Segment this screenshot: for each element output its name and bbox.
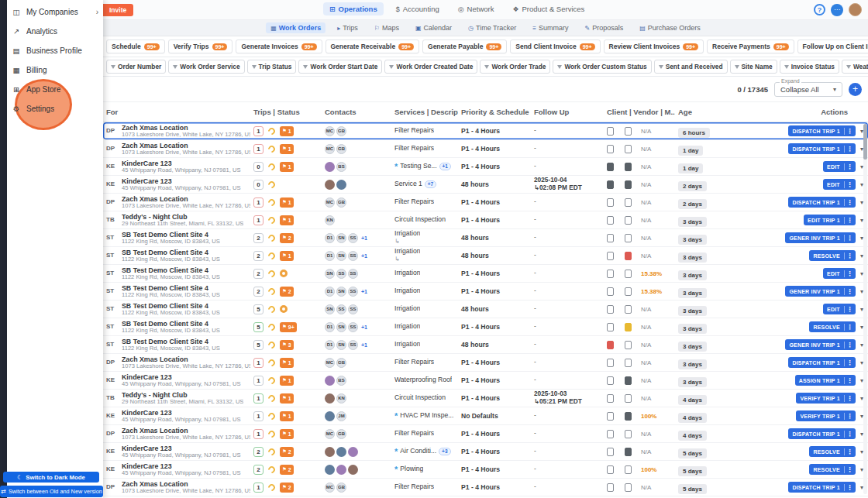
more-options-icon[interactable]: ⋮ [845,199,856,206]
table-row[interactable]: STSB Test Demo Client Site 41122 King Rd… [103,283,868,301]
vertical-scrollbar[interactable] [863,124,867,494]
table-row[interactable]: TBTeddy's - Night Club29 Northeast 11th … [103,211,868,229]
contact-avatar[interactable]: GB [336,429,346,439]
table-row[interactable]: KEKinderCare 12345 Whippany Road, Whippa… [103,372,868,390]
document-icon[interactable] [607,412,614,421]
pipeline-step-review-client-invoices[interactable]: Review Client Invoices99+ [604,39,704,53]
document-icon[interactable] [607,430,614,438]
document-icon[interactable] [625,394,632,403]
more-options-icon[interactable]: ⋮ [845,288,856,295]
action-button[interactable]: GENER INV TRIP 1⋮ [785,286,856,297]
contact-avatar[interactable] [325,376,335,386]
trip-count-chip[interactable]: 1 [253,197,264,208]
more-options-icon[interactable]: ⋮ [845,359,856,366]
more-options-icon[interactable]: ⋮ [845,484,856,491]
contact-avatar[interactable]: SN [336,322,346,332]
contact-avatar[interactable]: MC [325,144,335,154]
sidebar-item-billing[interactable]: ▦Billing [7,60,103,80]
column-header-age[interactable]: Age [675,108,723,116]
trip-count-chip[interactable]: 2 [253,233,264,243]
tab-accounting[interactable]: $Accounting [390,2,446,15]
action-button[interactable]: DISPATCH TRIP 1⋮ [788,197,856,208]
action-button[interactable]: RESOLVE⋮ [809,321,856,332]
contact-avatar[interactable]: D1 [325,233,335,243]
document-icon[interactable] [607,394,614,403]
filter-chip-weather-event-ww[interactable]: Weather Event WW [842,60,868,74]
contact-avatar[interactable]: SN [325,304,335,314]
trip-count-chip[interactable]: 2 [253,465,264,475]
more-options-icon[interactable]: ⋮ [845,413,856,420]
tab-operations[interactable]: ⊞Operations [323,2,384,15]
document-icon[interactable] [607,145,614,153]
subtab-time-tracker[interactable]: ◷Time Tracker [463,22,521,33]
contact-avatar[interactable]: D1 [325,287,335,297]
trip-count-chip[interactable]: 1 [253,376,264,386]
trip-count-chip[interactable]: 1 [253,358,264,368]
pipeline-step-verify-trips[interactable]: Verify Trips99+ [168,39,233,53]
action-button[interactable]: VERIFY TRIP 1⋮ [796,393,856,404]
contact-avatar[interactable]: SS [336,304,346,314]
contact-avatar[interactable]: GB [336,144,346,154]
document-icon[interactable] [607,341,614,349]
pipeline-step-generate-payable[interactable]: Generate Payable99+ [422,39,507,53]
contact-avatar[interactable]: KN [325,215,335,225]
collapse-all-dropdown[interactable]: Expand Collapse All ▾ [774,82,842,97]
contact-avatar[interactable]: SN [336,233,346,243]
column-header-contacts[interactable]: Contacts [322,108,391,116]
document-icon[interactable] [625,465,632,474]
trip-count-chip[interactable]: 1 [253,429,264,439]
action-button[interactable]: DISPATCH TRIP 1⋮ [788,125,856,136]
filter-chip-work-order-custom-status[interactable]: Work Order Custom Status [553,60,651,74]
sidebar-item-my-companies[interactable]: ◫My Companies› [7,2,103,22]
pipeline-step-schedule[interactable]: Schedule99+ [106,39,165,53]
document-icon[interactable] [625,180,632,189]
document-icon[interactable] [625,305,632,314]
flag-badge[interactable]: ⚑3 [280,340,294,350]
filter-chip-work-order-trade[interactable]: Work Order Trade [480,60,550,74]
pipeline-step-follow-up-on-client-invoices[interactable]: Follow Up on Client Invoices99+ [797,39,868,53]
column-header-services-descript[interactable]: Services | Descript... [391,108,458,116]
document-icon[interactable] [607,376,614,385]
action-button[interactable]: GENER INV TRIP 1⋮ [785,232,856,243]
document-icon[interactable] [607,252,614,260]
contact-avatar[interactable]: D1 [325,340,335,350]
dark-mode-toggle-button[interactable]: ☾ Switch to Dark Mode [3,472,99,483]
filter-chip-work-order-start-date[interactable]: Work Order Start Date [298,60,382,74]
contact-overflow-count[interactable]: +1 [361,253,367,259]
contact-avatar[interactable]: D1 [325,322,335,332]
more-options-icon[interactable]: ⋮ [845,146,856,153]
trip-count-chip[interactable]: 5 [253,322,264,332]
action-button[interactable]: RESOLVE⋮ [809,464,856,475]
contact-avatar[interactable] [336,465,346,475]
more-options-icon[interactable]: ⋮ [845,163,856,170]
subtab-maps[interactable]: ⚐Maps [370,22,404,33]
filter-chip-work-order-service[interactable]: Work Order Service [168,60,244,74]
tab-network[interactable]: ◎Network [452,2,501,15]
document-icon[interactable] [625,234,632,242]
document-icon[interactable] [607,305,614,314]
table-row[interactable]: DPZach Xmas Location1073 Lakeshore Drive… [103,354,868,372]
action-button[interactable]: EDIT⋮ [823,304,856,314]
contact-overflow-count[interactable]: +1 [361,289,367,294]
table-row[interactable]: DPZach Xmas Location1073 Lakeshore Drive… [103,194,868,211]
more-options-icon[interactable]: ⋮ [845,128,856,135]
document-icon[interactable] [607,180,614,189]
more-options-icon[interactable]: ⋮ [845,431,856,438]
more-options-icon[interactable]: ⋮ [845,181,856,188]
column-header-actions[interactable]: Actions [723,108,868,116]
subtab-work-orders[interactable]: ▦Work Orders [266,22,326,33]
service-overflow-count[interactable]: +7 [425,180,436,187]
contact-avatar[interactable]: BS [336,162,346,172]
more-options-icon[interactable]: ⋮ [845,306,856,313]
table-row[interactable]: KEKinderCare 12345 Whippany Road, Whippa… [103,158,868,176]
filter-chip-sent-and-received[interactable]: Sent and Received [654,60,728,74]
flag-badge[interactable]: ⚑2 [280,287,294,297]
filter-chip-invoice-status[interactable]: Invoice Status [780,60,839,74]
document-icon[interactable] [607,198,614,207]
contact-overflow-count[interactable]: +1 [361,325,367,330]
flag-badge[interactable]: ⚑1 [280,411,294,421]
filter-chip-work-order-created-date[interactable]: Work Order Created Date [384,60,477,74]
document-icon[interactable] [607,287,614,296]
table-row[interactable]: STSB Test Demo Client Site 41122 King Rd… [103,229,868,247]
document-icon[interactable] [625,483,632,492]
